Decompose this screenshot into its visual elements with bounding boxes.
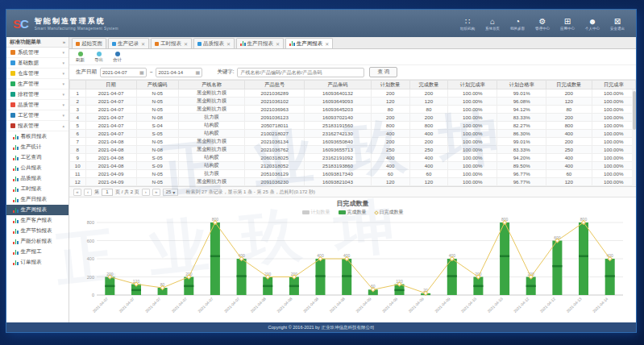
sidebar-item-report-4[interactable]: 公共报表: [6, 163, 69, 173]
svg-text:2021-04-09: 2021-04-09: [381, 297, 398, 314]
cell: 100.00%: [592, 170, 635, 178]
cell: N-05: [136, 178, 178, 186]
title-block: 智能制造管理系统 Smart Manufacturing Management …: [35, 16, 118, 31]
keyword-input[interactable]: [237, 68, 364, 77]
sidebar-group-5[interactable]: 排程管理▾: [6, 89, 69, 100]
table-row[interactable]: 22021-04-07N-05黑金刚抗力膜2021036102160936490…: [70, 98, 636, 106]
header-action-logout[interactable]: ⊠安全退出: [610, 17, 625, 31]
page-size-select[interactable]: 25 ▾: [163, 189, 179, 196]
date-from-input[interactable]: [102, 70, 139, 75]
first-page-button[interactable]: «: [73, 189, 81, 196]
sidebar-item-report-9[interactable]: 生产客户报表: [6, 215, 69, 226]
close-icon[interactable]: ✕: [276, 41, 280, 47]
page-number-input[interactable]: [102, 189, 113, 196]
cell: 黑金刚抗力膜: [178, 138, 245, 146]
sidebar-group-3[interactable]: 仓库管理▾: [6, 69, 69, 79]
close-icon[interactable]: ✕: [184, 41, 188, 47]
sidebar-item-report-11[interactable]: 产能分析报表: [6, 236, 69, 247]
table-row[interactable]: 82021-04-08N-08黑金刚抗力膜2021036762160936557…: [70, 146, 636, 154]
tab-6[interactable]: 生产周报表✕: [285, 38, 333, 48]
cell: 25183193860: [305, 162, 372, 170]
tab-2[interactable]: 生产记录✕: [108, 38, 149, 48]
row-number: 7: [70, 138, 86, 146]
cell: 100.00%: [448, 186, 497, 188]
sidebar-item-report-5[interactable]: 品质报表: [6, 173, 69, 184]
table-row[interactable]: 62021-04-07S-05结构胶2100218027231627421304…: [70, 130, 636, 138]
table-scrollbar-thumb[interactable]: [633, 91, 636, 130]
sidebar-collapse-icon[interactable]: »: [63, 39, 65, 44]
date-to-input[interactable]: [158, 70, 195, 75]
close-icon[interactable]: ✕: [226, 41, 231, 47]
tab-1[interactable]: 起始页面: [72, 38, 106, 48]
table-row[interactable]: 32021-04-07N-05黑金刚抗力膜2021036963160936452…: [70, 106, 636, 114]
header-action-admin[interactable]: ⚙管理中心: [535, 17, 550, 31]
prev-page-button[interactable]: ‹: [84, 189, 92, 196]
header-action-home[interactable]: ⌂系统首页: [485, 17, 500, 31]
user-icon: ☻: [588, 17, 597, 26]
cell: 2021036134: [245, 138, 305, 146]
sidebar-item-report-6[interactable]: 工时报表: [6, 184, 69, 194]
cell: 100.00%: [448, 89, 497, 98]
sidebar-group-2[interactable]: 基础数据▾: [6, 58, 69, 69]
tab-label: 品质报表: [203, 40, 224, 48]
legend-item-计划数量[interactable]: 计划数量: [302, 209, 330, 216]
last-page-button[interactable]: »: [152, 189, 160, 196]
org-icon: ∷: [465, 17, 470, 26]
header-action-apps[interactable]: ⊞应用中心: [560, 17, 575, 31]
table-row[interactable]: 102021-04-08S-09结构胶212031805225183193860…: [70, 162, 636, 170]
tab-5[interactable]: 生产日报表✕: [236, 38, 284, 48]
table-row[interactable]: 92021-04-08S-05结构胶2060318025231621910924…: [70, 154, 636, 162]
sidebar-item-report-2[interactable]: 生产统计: [6, 142, 69, 152]
toolbar-button-1[interactable]: 刷新: [76, 52, 85, 63]
tab-3[interactable]: 工时报表✕: [151, 38, 192, 48]
sidebar-item-report-12[interactable]: 生产报工: [6, 247, 69, 257]
close-icon[interactable]: ✕: [141, 41, 145, 47]
cell: 89.50%: [497, 162, 546, 170]
header-action-desktop[interactable]: ◔我的桌面: [510, 17, 525, 31]
sidebar-item-report-13[interactable]: 订单报表: [6, 257, 69, 268]
report-chart-icon: [289, 41, 295, 46]
sidebar-group-7[interactable]: 工艺管理▾: [6, 110, 69, 121]
table-row[interactable]: 72021-04-08N-05黑金刚抗力膜2021036134160936508…: [70, 138, 636, 146]
toolbar: 刷新导出合计: [69, 49, 636, 65]
sidebar-item-report-7[interactable]: 生产日报表: [6, 194, 69, 205]
sidebar-item-report-10[interactable]: 生产节拍报表: [6, 226, 69, 236]
legend-item-日完成数量[interactable]: 日完成数量: [375, 209, 404, 216]
cell: 200: [371, 89, 409, 98]
close-icon[interactable]: ✕: [325, 41, 329, 47]
cell: 200: [371, 114, 409, 122]
next-page-button[interactable]: ›: [142, 189, 150, 196]
table-row[interactable]: 12021-04-07N-05黑金刚抗力膜2021036289160936401…: [70, 89, 636, 98]
report-chart-icon: [13, 187, 19, 192]
tab-label: 工时报表: [160, 40, 181, 48]
search-button[interactable]: 查 询: [369, 67, 397, 77]
header-action-org[interactable]: ∷组织机构: [460, 17, 475, 31]
toolbar-button-label: 刷新: [76, 57, 85, 63]
table-row[interactable]: 122021-04-09N-05黑金刚抗力膜209103623016093821…: [70, 178, 636, 186]
sidebar-item-report-8[interactable]: 生产周报表: [6, 205, 69, 215]
sidebar-group-8[interactable]: 报表管理▴: [6, 121, 69, 131]
calendar-icon[interactable]: ▦: [195, 69, 200, 75]
table-row[interactable]: 52021-04-07S-04结构胶2050718011251831915608…: [70, 122, 636, 130]
row-number: 2: [70, 98, 86, 106]
legend-item-完成数量[interactable]: 完成数量: [339, 209, 367, 216]
sidebar-item-report-3[interactable]: 工艺查询: [6, 152, 69, 163]
row-number: 6: [70, 130, 86, 138]
sidebar-group-1[interactable]: 系统管理▾: [6, 48, 69, 58]
tab-4[interactable]: 品质报表✕: [193, 38, 235, 48]
group-icon: [10, 123, 15, 128]
calendar-icon[interactable]: ▦: [139, 69, 144, 75]
sidebar-group-4[interactable]: 生产管理▾: [6, 79, 69, 89]
toolbar-button-3[interactable]: 合计: [113, 52, 122, 63]
toolbar-button-2[interactable]: 导出: [94, 52, 103, 63]
table-row[interactable]: 132021-04-09N-05黑金刚抗力膜202103635516093852…: [70, 186, 636, 188]
sidebar-group-6[interactable]: 品质管理▾: [6, 100, 69, 110]
table-row[interactable]: 112021-04-09N-05抗力膜205103612916093817340…: [70, 170, 636, 178]
table-row[interactable]: 42021-04-07N-08抗力膜2091036123160937021402…: [70, 114, 636, 122]
sidebar-item-report-1[interactable]: 看板日报表: [6, 131, 69, 142]
report-label: 看板日报表: [21, 133, 48, 140]
cell: S-09: [136, 162, 178, 170]
header-action-user[interactable]: ☻个人中心: [585, 17, 600, 31]
cell: 96.77%: [497, 178, 546, 186]
group-icon: [10, 102, 15, 107]
